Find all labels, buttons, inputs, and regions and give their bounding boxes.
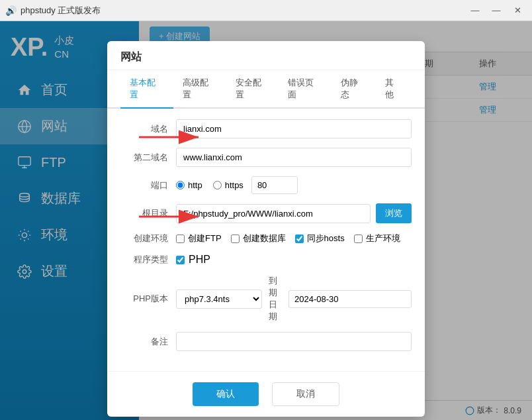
php-version-controls: php7.3.4nts 到期日期: [176, 275, 412, 323]
tab-other[interactable]: 其他: [376, 70, 412, 109]
port-label: 端口: [120, 180, 168, 191]
create-ftp-label: 创建FTP: [188, 233, 222, 244]
http-radio[interactable]: [176, 181, 185, 189]
expire-date-label: 到期日期: [269, 275, 282, 323]
titlebar: 🔊 phpstudy 正式版发布 — — ✕: [0, 0, 532, 21]
tab-advanced[interactable]: 高级配置: [173, 70, 226, 109]
http-radio-item[interactable]: http: [176, 180, 202, 190]
note-label: 备注: [120, 336, 168, 348]
domain-row: 域名: [120, 119, 412, 138]
create-env-row: 创建环境 创建FTP 创建数据库 同步hosts: [120, 233, 412, 244]
rootdir-label: 根目录: [120, 207, 168, 219]
modal-overlay: 网站 基本配置 高级配置 安全配置 错误页面 伪静态 其他 域名 第二域名: [0, 21, 532, 420]
https-radio-item[interactable]: https: [213, 180, 244, 190]
php-version-select[interactable]: php7.3.4nts: [176, 289, 262, 309]
create-ftp-item[interactable]: 创建FTP: [176, 233, 222, 244]
tab-rewrite[interactable]: 伪静态: [332, 70, 376, 109]
https-label: https: [225, 180, 244, 190]
minimize-button[interactable]: —: [466, 3, 484, 18]
port-controls: http https: [176, 176, 298, 194]
domain-label: 域名: [120, 123, 168, 135]
create-db-item[interactable]: 创建数据库: [231, 233, 286, 244]
maximize-button[interactable]: —: [487, 3, 506, 18]
titlebar-icon: 🔊: [5, 5, 17, 16]
second-domain-row: 第二域名: [120, 148, 412, 167]
php-type-checkbox[interactable]: [176, 256, 185, 264]
rootdir-row: 根目录 浏览: [120, 203, 412, 223]
sync-hosts-label: 同步hosts: [307, 233, 345, 244]
domain-input[interactable]: [176, 119, 412, 138]
note-row: 备注: [120, 332, 412, 351]
second-domain-input[interactable]: [176, 148, 412, 167]
program-type-row: 程序类型 PHP: [120, 254, 412, 266]
close-button[interactable]: ✕: [508, 3, 527, 18]
titlebar-controls: — — ✕: [466, 3, 527, 18]
php-version-row: PHP版本 php7.3.4nts 到期日期: [120, 275, 412, 323]
create-db-checkbox[interactable]: [231, 235, 240, 243]
php-type-label: PHP: [189, 254, 210, 266]
sync-hosts-checkbox[interactable]: [295, 235, 304, 243]
create-env-label: 创建环境: [120, 233, 168, 244]
create-ftp-checkbox[interactable]: [176, 235, 185, 243]
https-radio[interactable]: [213, 181, 222, 189]
rootdir-controls: 浏览: [176, 203, 412, 223]
note-input[interactable]: [176, 332, 412, 351]
prod-env-checkbox[interactable]: [354, 235, 363, 243]
protocol-radio-group: http https: [176, 180, 244, 190]
second-domain-label: 第二域名: [120, 152, 168, 164]
php-version-label: PHP版本: [120, 293, 168, 305]
titlebar-title: phpstudy 正式版发布: [21, 5, 466, 17]
tab-basic[interactable]: 基本配置: [120, 70, 173, 109]
modal-title: 网站: [107, 41, 425, 70]
php-type-controls: PHP: [176, 254, 210, 266]
port-row: 端口 http https: [120, 176, 412, 194]
port-input[interactable]: [251, 176, 298, 194]
prod-env-item[interactable]: 生产环境: [354, 233, 400, 244]
website-modal: 网站 基本配置 高级配置 安全配置 错误页面 伪静态 其他 域名 第二域名: [107, 41, 425, 417]
modal-body: 域名 第二域名 端口 http: [107, 109, 425, 371]
cancel-button[interactable]: 取消: [272, 382, 339, 406]
prod-env-label: 生产环境: [366, 233, 400, 244]
sync-hosts-item[interactable]: 同步hosts: [295, 233, 345, 244]
rootdir-input[interactable]: [176, 204, 371, 223]
browse-button[interactable]: 浏览: [376, 203, 412, 223]
program-type-label: 程序类型: [120, 254, 168, 266]
confirm-button[interactable]: 确认: [193, 382, 259, 406]
tab-security[interactable]: 安全配置: [226, 70, 279, 109]
tab-error-page[interactable]: 错误页面: [279, 70, 332, 109]
create-db-label: 创建数据库: [243, 233, 286, 244]
modal-tabs: 基本配置 高级配置 安全配置 错误页面 伪静态 其他: [107, 70, 425, 109]
modal-footer: 确认 取消: [107, 371, 425, 417]
http-label: http: [188, 180, 202, 190]
env-checkbox-group: 创建FTP 创建数据库 同步hosts 生产环境: [176, 233, 400, 244]
expire-date-input[interactable]: [288, 290, 412, 308]
